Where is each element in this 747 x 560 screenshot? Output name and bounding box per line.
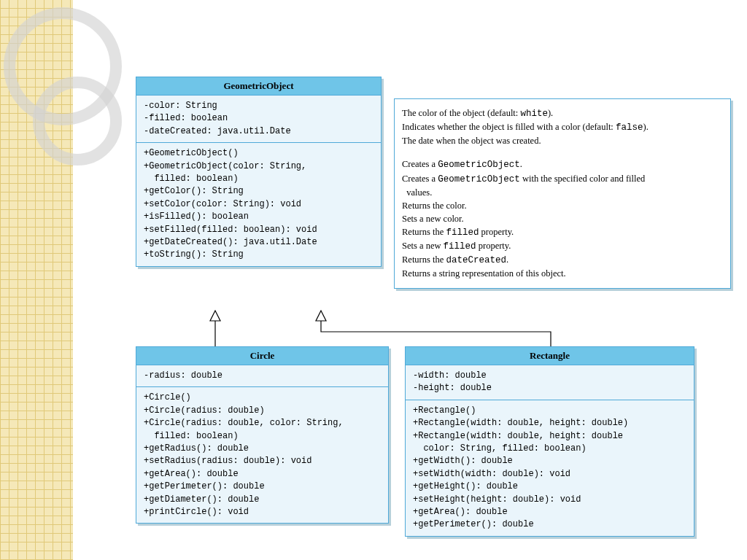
description-line: Creates a GeometricObject.	[402, 158, 723, 171]
class-name: Circle	[136, 347, 388, 365]
description-line: Returns the dateCreated.	[402, 253, 723, 267]
description-box: The color of the object (default: white)…	[394, 98, 731, 289]
class-methods: +Circle() +Circle(radius: double) +Circl…	[136, 387, 388, 523]
class-geometricobject: GeometricObject -color: String -filled: …	[136, 77, 382, 267]
description-line: The color of the object (default: white)…	[402, 106, 723, 120]
class-attributes: -width: double -height: double	[406, 365, 694, 400]
class-attributes: -radius: double	[136, 365, 388, 387]
description-line: Sets a new color.	[402, 212, 723, 225]
description-line: Sets a new filled property.	[402, 239, 723, 253]
description-line: Returns a string representation of this …	[402, 267, 723, 280]
method-descriptions: Creates a GeometricObject.Creates a Geom…	[402, 155, 723, 283]
class-attributes: -color: String -filled: boolean -dateCre…	[136, 96, 381, 143]
class-name: GeometricObject	[136, 77, 381, 96]
class-name: Rectangle	[406, 347, 694, 365]
class-methods: +GeometricObject() +GeometricObject(colo…	[136, 143, 381, 266]
decorative-ring	[33, 77, 122, 166]
class-circle: Circle -radius: double +Circle() +Circle…	[136, 346, 389, 524]
class-methods: +Rectangle() +Rectangle(width: double, h…	[406, 400, 694, 536]
class-rectangle: Rectangle -width: double -height: double…	[405, 346, 694, 537]
description-line: Returns the filled property.	[402, 225, 723, 239]
description-line: Creates a GeometricObject with the speci…	[402, 172, 723, 199]
svg-marker-1	[316, 311, 326, 321]
description-line: Returns the color.	[402, 199, 723, 212]
svg-marker-0	[210, 311, 220, 321]
description-line: Indicates whether the object is filled w…	[402, 120, 723, 134]
attribute-descriptions: The color of the object (default: white)…	[402, 104, 723, 150]
description-line: The date when the object was created.	[402, 134, 723, 147]
